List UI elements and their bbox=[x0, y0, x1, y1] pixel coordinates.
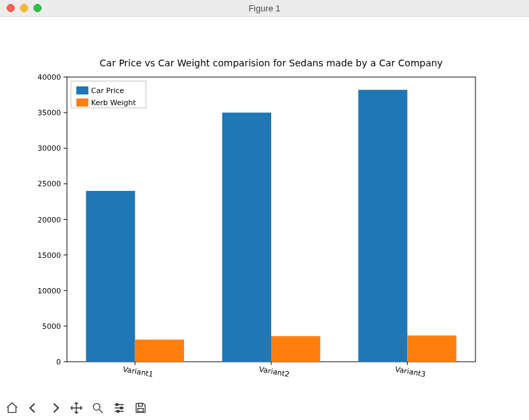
y-tick-label: 30000 bbox=[37, 144, 61, 153]
figure-canvas: 0500010000150002000025000300003500040000… bbox=[0, 17, 529, 397]
y-tick-label: 15000 bbox=[37, 251, 61, 260]
svg-point-16 bbox=[117, 410, 119, 412]
configure-button[interactable] bbox=[108, 398, 130, 419]
back-button[interactable] bbox=[23, 398, 44, 419]
x-tick-label: Variant2 bbox=[258, 365, 291, 379]
svg-point-13 bbox=[93, 403, 100, 410]
legend-swatch bbox=[76, 98, 88, 107]
y-tick-label: 25000 bbox=[37, 180, 61, 188]
chart-title: Car Price vs Car Weight comparision for … bbox=[100, 58, 443, 68]
magnifier-icon bbox=[91, 401, 104, 417]
svg-rect-17 bbox=[138, 408, 143, 411]
bar bbox=[358, 90, 407, 362]
legend-label: Kerb Weight bbox=[91, 98, 136, 107]
bar bbox=[407, 336, 456, 362]
matplotlib-toolbar bbox=[0, 397, 529, 420]
minimize-icon[interactable] bbox=[20, 4, 28, 12]
x-tick-label: Variant1 bbox=[122, 365, 154, 379]
y-tick-label: 5000 bbox=[42, 322, 61, 331]
legend-swatch bbox=[76, 86, 88, 94]
y-tick-label: 40000 bbox=[37, 73, 61, 82]
arrow-left-icon bbox=[27, 401, 40, 417]
svg-rect-18 bbox=[139, 403, 143, 406]
home-icon bbox=[5, 401, 19, 417]
save-button[interactable] bbox=[130, 398, 151, 419]
y-tick-label: 10000 bbox=[37, 287, 61, 295]
close-icon[interactable] bbox=[7, 4, 15, 12]
x-tick-label: Variant3 bbox=[394, 365, 427, 379]
y-tick-label: 20000 bbox=[37, 216, 61, 224]
svg-point-15 bbox=[121, 407, 123, 409]
arrow-right-icon bbox=[48, 401, 62, 417]
forward-button[interactable] bbox=[44, 398, 66, 419]
sliders-icon bbox=[112, 401, 126, 417]
zoom-icon[interactable] bbox=[33, 4, 42, 12]
window-title: Figure 1 bbox=[0, 3, 529, 13]
legend-label: Car Price bbox=[91, 86, 125, 95]
bar bbox=[135, 340, 184, 362]
bar bbox=[86, 191, 135, 362]
move-icon bbox=[70, 401, 83, 417]
home-button[interactable] bbox=[1, 398, 23, 419]
svg-point-14 bbox=[116, 403, 118, 405]
y-tick-label: 35000 bbox=[37, 109, 61, 117]
bar bbox=[222, 113, 271, 362]
y-tick-label: 0 bbox=[56, 358, 61, 366]
zoom-button[interactable] bbox=[87, 398, 108, 419]
window-controls bbox=[0, 4, 42, 12]
save-icon bbox=[134, 401, 147, 417]
bar bbox=[271, 336, 320, 362]
pan-button[interactable] bbox=[66, 398, 87, 419]
window-titlebar: Figure 1 bbox=[0, 0, 529, 17]
chart: 0500010000150002000025000300003500040000… bbox=[0, 17, 529, 397]
